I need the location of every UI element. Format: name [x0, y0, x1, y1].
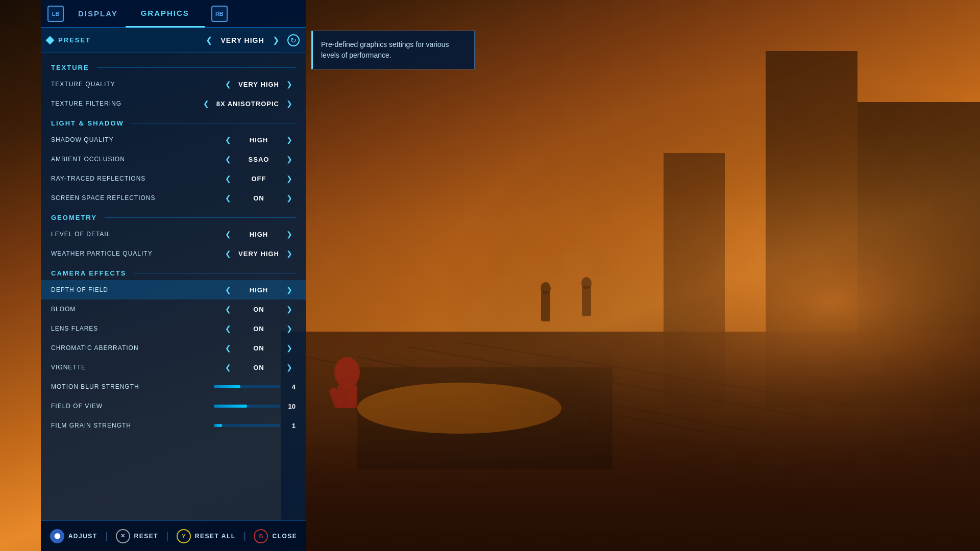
shadow-quality-next[interactable]: ❯	[283, 135, 296, 145]
texture-filtering-control: ❮ 8X ANISOTROPIC ❯	[200, 98, 296, 109]
depth-of-field-row: DEPTH OF FIELD ❮ HIGH ❯	[41, 280, 306, 299]
screen-space-reflections-control: ❮ ON ❯	[222, 193, 296, 203]
adjust-button-icon: ⬤	[50, 529, 64, 543]
weather-particle-quality-row: WEATHER PARTICLE QUALITY ❮ VERY HIGH ❯	[41, 244, 306, 263]
field-of-view-slider[interactable]	[214, 405, 280, 408]
geometry-section-line	[105, 217, 296, 218]
texture-quality-next[interactable]: ❯	[283, 79, 296, 89]
vignette-row: VIGNETTE ❮ ON ❯	[41, 358, 306, 377]
weather-particle-prev[interactable]: ❮	[222, 248, 234, 259]
dof-next[interactable]: ❯	[283, 285, 296, 295]
adjust-action[interactable]: ⬤ ADJUST	[50, 529, 97, 543]
shadow-quality-control: ❮ HIGH ❯	[222, 135, 296, 145]
light-shadow-section-line	[132, 123, 296, 123]
ray-traced-prev[interactable]: ❮	[222, 173, 234, 184]
screen-space-reflections-row: SCREEN SPACE REFLECTIONS ❮ ON ❯	[41, 188, 306, 208]
reset-all-action[interactable]: Y RESET ALL	[177, 529, 236, 543]
reset-all-button-icon: Y	[177, 529, 191, 543]
reset-button-icon: ✕	[116, 529, 130, 543]
camera-effects-section-line	[134, 273, 296, 273]
separator-3: |	[243, 530, 246, 542]
ssr-prev[interactable]: ❮	[222, 193, 234, 203]
tab-display[interactable]: DISPLAY	[70, 9, 126, 18]
ray-traced-reflections-control: ❮ OFF ❯	[222, 173, 296, 184]
preset-next-arrow[interactable]: ❯	[268, 33, 283, 47]
vignette-next[interactable]: ❯	[283, 362, 296, 372]
preset-reset-button[interactable]: ↻	[287, 34, 300, 46]
preset-prev-arrow[interactable]: ❮	[202, 33, 216, 47]
close-action[interactable]: B CLOSE	[254, 529, 297, 543]
lens-flares-control: ❮ ON ❯	[222, 323, 296, 334]
lens-flares-next[interactable]: ❯	[283, 323, 296, 334]
lb-button[interactable]: LB	[41, 0, 70, 27]
rb-controller-btn: RB	[211, 6, 228, 22]
preset-diamond-icon	[46, 36, 55, 44]
preset-navigation: ❮ VERY HIGH ❯	[202, 33, 283, 47]
texture-filtering-row: TEXTURE FILTERING ❮ 8X ANISOTROPIC ❯	[41, 94, 306, 113]
separator-1: |	[105, 530, 108, 542]
motion-blur-fill	[214, 385, 240, 388]
rb-button[interactable]: RB	[205, 0, 234, 27]
scroll-content: TEXTURE TEXTURE QUALITY ❮ VERY HIGH ❯ TE…	[41, 53, 306, 520]
motion-blur-strength-row: MOTION BLUR STRENGTH 4	[41, 377, 306, 396]
close-label: CLOSE	[272, 533, 297, 540]
shadow-quality-row: SHADOW QUALITY ❮ HIGH ❯	[41, 130, 306, 149]
field-of-view-row: FIELD OF VIEW 10	[41, 396, 306, 416]
ssr-next[interactable]: ❯	[283, 193, 296, 203]
texture-quality-prev[interactable]: ❮	[222, 79, 234, 89]
bottom-bar: ⬤ ADJUST | ✕ RESET | Y RESET ALL | B CLO…	[41, 520, 306, 551]
reset-label: RESET	[134, 533, 159, 540]
ray-traced-next[interactable]: ❯	[283, 173, 296, 184]
weather-particle-control: ❮ VERY HIGH ❯	[222, 248, 296, 259]
camera-effects-section-header: CAMERA EFFECTS	[41, 263, 306, 280]
texture-filtering-next[interactable]: ❯	[283, 98, 296, 109]
adjust-label: ADJUST	[68, 533, 97, 540]
texture-title: TEXTURE	[51, 64, 89, 71]
field-of-view-fill	[214, 405, 247, 408]
depth-of-field-control: ❮ HIGH ❯	[222, 285, 296, 295]
dof-prev[interactable]: ❮	[222, 285, 234, 295]
lod-prev[interactable]: ❮	[222, 229, 234, 239]
preset-bar: PRESET ❮ VERY HIGH ❯ ↻	[41, 28, 306, 53]
film-grain-slider[interactable]	[214, 424, 280, 427]
level-of-detail-row: LEVEL OF DETAIL ❮ HIGH ❯	[41, 224, 306, 244]
lens-flares-prev[interactable]: ❮	[222, 323, 234, 334]
bloom-next[interactable]: ❯	[283, 304, 296, 314]
preset-value: VERY HIGH	[219, 36, 265, 44]
reset-action[interactable]: ✕ RESET	[116, 529, 159, 543]
bloom-row: BLOOM ❮ ON ❯	[41, 299, 306, 319]
ray-traced-reflections-row: RAY-TRACED REFLECTIONS ❮ OFF ❯	[41, 169, 306, 188]
camera-effects-title: CAMERA EFFECTS	[51, 269, 126, 277]
ca-prev[interactable]: ❮	[222, 343, 234, 353]
ambient-occlusion-next[interactable]: ❯	[283, 154, 296, 164]
tab-graphics-active[interactable]: GRAPHICS	[126, 0, 205, 28]
texture-quality-row: TEXTURE QUALITY ❮ VERY HIGH ❯	[41, 74, 306, 94]
motion-blur-slider[interactable]	[214, 385, 280, 388]
texture-section-line	[97, 67, 296, 68]
separator-2: |	[166, 530, 168, 542]
tooltip-text: Pre-defined graphics settings for variou…	[321, 40, 449, 59]
texture-quality-control: ❮ VERY HIGH ❯	[222, 79, 296, 89]
tab-bar: LB DISPLAY GRAPHICS RB	[41, 0, 306, 28]
vignette-prev[interactable]: ❮	[222, 362, 234, 372]
lens-flares-row: LENS FLARES ❮ ON ❯	[41, 319, 306, 338]
preset-label: PRESET	[58, 36, 202, 44]
film-grain-fill	[214, 424, 222, 427]
ambient-occlusion-prev[interactable]: ❮	[222, 154, 234, 164]
ambient-occlusion-control: ❮ SSAO ❯	[222, 154, 296, 164]
geometry-title: GEOMETRY	[51, 214, 97, 221]
film-grain-strength-row: FILM GRAIN STRENGTH 1	[41, 416, 306, 435]
close-button-icon: B	[254, 529, 268, 543]
chromatic-aberration-row: CHROMATIC ABERRATION ❮ ON ❯	[41, 338, 306, 358]
reset-all-label: RESET ALL	[195, 533, 236, 540]
bloom-control: ❮ ON ❯	[222, 304, 296, 314]
weather-particle-next[interactable]: ❯	[283, 248, 296, 259]
lod-next[interactable]: ❯	[283, 229, 296, 239]
tooltip-box: Pre-defined graphics settings for variou…	[311, 31, 475, 69]
vignette-control: ❮ ON ❯	[222, 362, 296, 372]
shadow-quality-prev[interactable]: ❮	[222, 135, 234, 145]
bloom-prev[interactable]: ❮	[222, 304, 234, 314]
level-of-detail-control: ❮ HIGH ❯	[222, 229, 296, 239]
texture-filtering-prev[interactable]: ❮	[200, 98, 212, 109]
ca-next[interactable]: ❯	[283, 343, 296, 353]
